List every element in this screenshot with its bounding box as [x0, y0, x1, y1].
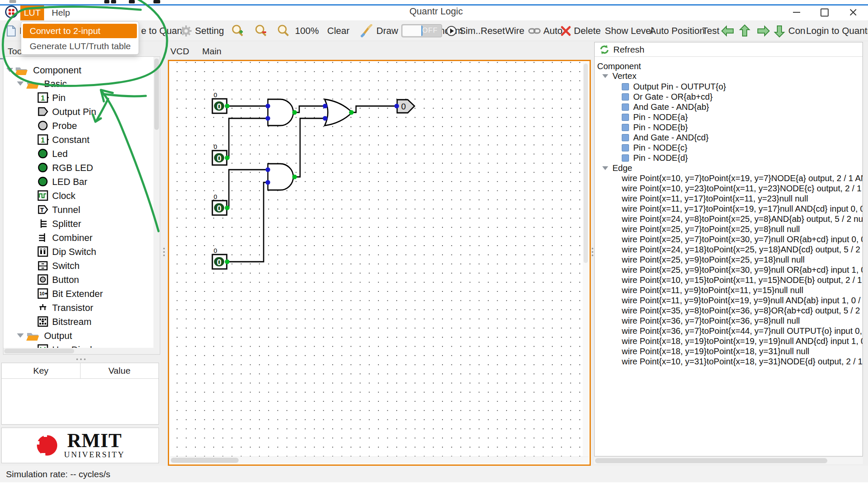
zoom-out-button[interactable]	[254, 20, 268, 41]
draw-button[interactable]: Draw	[360, 20, 398, 41]
schematic-canvas[interactable]	[168, 60, 591, 466]
show-level-button[interactable]: Show Level	[605, 20, 653, 41]
zoom-reset-button[interactable]	[277, 20, 290, 41]
delete-button[interactable]: Delete	[560, 20, 601, 41]
edge-item[interactable]: wire Point{x=11, y=17}toPoint{x=11, y=23…	[595, 193, 863, 204]
menu-item-generate-lut-truth-table[interactable]: Generate LUT/Truth table	[23, 39, 137, 53]
edge-item[interactable]: wire Point{x=11, y=9}toPoint{x=19, y=9}n…	[595, 295, 863, 305]
tree-item-component[interactable]: Component	[3, 64, 160, 77]
scrollbar-thumb[interactable]	[4, 349, 74, 353]
scrollbar-thumb[interactable]	[595, 458, 827, 463]
refresh-button[interactable]: Refresh	[595, 42, 862, 57]
login-button[interactable]: Login to Quantr	[806, 20, 868, 41]
vertex-item[interactable]: And Gate - AND{ab}	[595, 102, 863, 112]
edge-group[interactable]: Edge	[595, 163, 863, 173]
tab-main[interactable]: Main	[202, 44, 222, 59]
right-panel-horizontal-scrollbar[interactable]	[594, 457, 863, 464]
left-vertical-splitter-handle[interactable]	[163, 246, 165, 258]
arrow-left-button[interactable]	[721, 20, 735, 41]
edge-item[interactable]: wire Point{x=11, y=17}toPoint{x=19, y=17…	[595, 204, 863, 214]
tree-item-constant[interactable]: 1 Constant	[3, 133, 160, 147]
auto-button[interactable]: Auto	[528, 20, 562, 41]
vertex-item[interactable]: Pin - NODE{d}	[595, 153, 863, 163]
simulation-toggle[interactable]: OFF	[401, 24, 442, 37]
con-button[interactable]: Con	[788, 20, 805, 41]
edge-item[interactable]: wire Point{x=35, y=8}toPoint{x=36, y=8}O…	[595, 305, 863, 316]
tree-item-basic[interactable]: Basic	[3, 77, 160, 91]
tree-item-splitter[interactable]: Splitter	[3, 217, 160, 231]
tab-vcd[interactable]: VCD	[170, 44, 189, 59]
vertex-item[interactable]: Pin - NODE{a}	[595, 112, 863, 122]
tree-item-clock[interactable]: Clock	[3, 189, 160, 203]
horizontal-splitter-handle[interactable]	[76, 358, 86, 360]
expander-icon[interactable]	[602, 166, 608, 170]
vertex-item[interactable]: Pin - NODE{b}	[595, 122, 863, 132]
tree-item-bitstream[interactable]: Bitstream	[3, 315, 160, 329]
edge-item[interactable]: wire Point{x=24, y=18}toPoint{x=25, y=18…	[595, 244, 863, 255]
tree-item-button[interactable]: Button	[3, 273, 160, 287]
tree-item-switch[interactable]: Switch	[3, 259, 160, 273]
edge-item[interactable]: wire Point{x=24, y=8}toPoint{x=25, y=8}A…	[595, 214, 863, 224]
vertex-item[interactable]: Output Pin - OUTPUT{o}	[595, 81, 863, 92]
edge-item[interactable]: wire Point{x=10, y=31}toPoint{x=18, y=31…	[595, 356, 863, 366]
scrollbar-thumb[interactable]	[171, 458, 239, 463]
menu-help[interactable]: Help	[47, 5, 74, 20]
tree-item-combiner[interactable]: Combiner	[3, 231, 160, 245]
edge-item[interactable]: wire Point{x=10, y=7}toPoint{x=19, y=7}N…	[595, 173, 863, 183]
close-button[interactable]	[846, 6, 860, 19]
vertex-group[interactable]: Vertex	[595, 71, 863, 81]
edge-item[interactable]: wire Point{x=18, y=19}toPoint{x=18, y=31…	[595, 346, 863, 356]
expander-icon[interactable]	[602, 74, 608, 78]
component-tree-panel[interactable]: Component Basic 1 Pin Output Pin	[3, 56, 160, 355]
tree-item-led-bar[interactable]: LED Bar	[3, 175, 160, 189]
arrow-up-button[interactable]	[738, 20, 751, 41]
vertex-item[interactable]: And Gate - AND{cd}	[595, 132, 863, 143]
expander-icon[interactable]	[17, 81, 24, 86]
arrow-right-button[interactable]	[756, 20, 771, 41]
test-button[interactable]: Test	[702, 20, 719, 41]
tree-item-output-pin[interactable]: Output Pin	[3, 105, 160, 119]
tree-horizontal-scrollbar[interactable]	[3, 348, 153, 354]
reset-button[interactable]: Reset	[481, 20, 505, 41]
tree-item-led[interactable]: Led	[3, 147, 160, 161]
vertex-item[interactable]: Or Gate - OR{ab+cd}	[595, 92, 863, 102]
expander-icon[interactable]	[6, 68, 13, 72]
wire-button[interactable]: Wire	[505, 20, 524, 41]
tree-item-bit-extender[interactable]: 10 Bit Extender	[3, 287, 160, 301]
edge-item[interactable]: wire Point{x=25, y=9}toPoint{x=30, y=9}n…	[595, 265, 863, 275]
canvas-horizontal-scrollbar[interactable]	[170, 456, 589, 464]
tree-item-pin[interactable]: 1 Pin	[3, 91, 160, 105]
maximize-button[interactable]	[817, 6, 832, 19]
zoom-in-button[interactable]	[231, 20, 245, 41]
right-vertical-splitter-handle[interactable]	[592, 246, 593, 258]
tree-item-output-folder[interactable]: Output	[3, 329, 160, 343]
edge-item[interactable]: wire Point{x=25, y=9}toPoint{x=25, y=18}…	[595, 255, 863, 265]
tree-item-dip-switch[interactable]: Dip Switch	[3, 245, 160, 259]
edge-item[interactable]: wire Point{x=11, y=9}toPoint{x=11, y=15}…	[595, 285, 863, 295]
menu-lut[interactable]: LUT	[20, 5, 44, 20]
tree-item-probe[interactable]: Probe	[3, 119, 160, 133]
edge-item[interactable]: wire Point{x=36, y=7}toPoint{x=44, y=7}n…	[595, 326, 863, 336]
canvas-vertical-scrollbar[interactable]	[583, 62, 589, 457]
graph-root[interactable]: Component	[595, 61, 863, 71]
edge-item[interactable]: wire Point{x=25, y=7}toPoint{x=30, y=7}n…	[595, 234, 863, 244]
edge-item[interactable]: wire Point{x=10, y=23}toPoint{x=11, y=23…	[595, 183, 863, 193]
clear-button[interactable]: Clear	[327, 20, 350, 41]
setting-button[interactable]: Setting	[180, 20, 224, 41]
expander-icon[interactable]	[17, 333, 24, 338]
edge-item[interactable]: wire Point{x=10, y=15}toPoint{x=11, y=15…	[595, 275, 863, 285]
menu-item-convert-to-2-input[interactable]: Convert to 2-input	[23, 24, 137, 38]
canvas-dot-grid[interactable]	[170, 62, 589, 457]
vertex-item[interactable]: Pin - NODE{c}	[595, 143, 863, 153]
tree-item-tunnel[interactable]: T Tunnel	[3, 203, 160, 217]
tree-vertical-scrollbar[interactable]	[153, 57, 160, 354]
tree-item-rgb-led[interactable]: RGB LED	[3, 161, 160, 175]
scrollbar-thumb[interactable]	[584, 64, 588, 263]
arrow-down-button[interactable]	[773, 20, 786, 41]
minimize-button[interactable]	[789, 6, 804, 19]
tree-item-transistor[interactable]: Transistor	[3, 301, 160, 315]
scrollbar-thumb[interactable]	[154, 59, 159, 130]
edge-item[interactable]: wire Point{x=18, y=19}toPoint{x=19, y=19…	[595, 336, 863, 346]
edge-item[interactable]: wire Point{x=36, y=7}toPoint{x=36, y=8}n…	[595, 316, 863, 326]
edge-item[interactable]: wire Point{x=25, y=7}toPoint{x=25, y=8}n…	[595, 224, 863, 234]
